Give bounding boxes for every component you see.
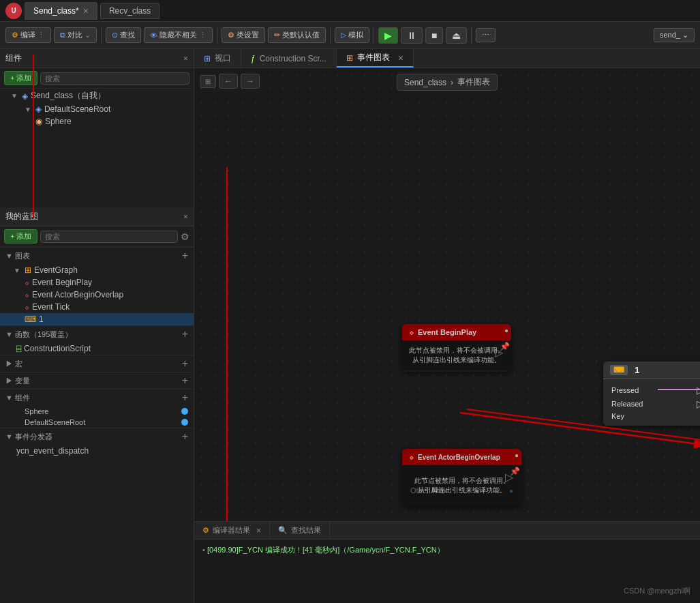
more-button[interactable]: ⋯ (476, 28, 496, 42)
keyboard-1-item[interactable]: ⌨ 1 (0, 313, 194, 325)
eject-button[interactable]: ⏏ (446, 27, 467, 44)
default-scene-root-var-dot (181, 419, 188, 426)
key-pin-row: Key ● (609, 411, 700, 422)
sphere-var-dot (181, 408, 188, 415)
event-graph-icon: ⊞ (346, 53, 353, 63)
components-toolbar: + 添加 (0, 68, 194, 89)
event-icon-2: ⬦ (409, 452, 414, 462)
chevron-down-icon: ▼ (25, 106, 31, 113)
play-button[interactable]: ▶ (378, 27, 398, 44)
right-panel: ⊞ 视口 ƒ Construction Scr... ⊞ 事件图表 × ⊞ ← (194, 49, 700, 603)
node-options-icon[interactable]: ● (504, 327, 508, 334)
hide-irrelevant-button[interactable]: 👁 隐藏不相关 ⋮ (144, 27, 213, 43)
blueprint-toolbar: + 添加 ⚙ (0, 226, 194, 247)
stop-button[interactable]: ■ (425, 27, 443, 44)
close-icon[interactable]: × (83, 5, 89, 16)
left-panel: 组件 × + 添加 ▼ ◈ Send_class（自我） ▼ ◈ Default… (0, 49, 194, 603)
toolbar-separator-3 (330, 27, 331, 44)
construction-tab[interactable]: ƒ Construction Scr... (241, 49, 337, 68)
event-graph-item[interactable]: ▼ ⊞ EventGraph (0, 264, 194, 276)
sphere-var-row: Sphere (0, 406, 194, 417)
construction-icon: ƒ (251, 54, 256, 63)
event-graph-tab[interactable]: ⊞ 事件图表 × (337, 49, 414, 68)
compile-button[interactable]: ⚙ 编译 ⋮ (5, 27, 51, 43)
gear-button[interactable]: ⚙ (181, 231, 189, 242)
viewport-tab[interactable]: ⊞ 视口 (194, 49, 241, 68)
find-results-tab[interactable]: 🔍 查找结果 (270, 522, 330, 539)
compiler-close-icon[interactable]: × (256, 526, 261, 535)
canvas-wrapper: ⊞ ← → Send_class › 事件图表 (194, 68, 700, 603)
ue-logo: U (5, 3, 22, 19)
panel-tabs: ⊞ 视口 ƒ Construction Scr... ⊞ 事件图表 × (194, 49, 700, 68)
event-actor-begin-overlap-item[interactable]: ⬦ Event ActorBeginOverlap (0, 289, 194, 301)
compiler-icon: ⚙ (202, 526, 209, 535)
event-tick-item[interactable]: ⬦ Event Tick (0, 301, 194, 313)
title-bar: U Send_class* × Recv_class (0, 0, 700, 22)
main-layout: 组件 × + 添加 ▼ ◈ Send_class（自我） ▼ ◈ Default… (0, 49, 700, 603)
macros-section-header: ▶ 宏 + (0, 355, 194, 372)
component-search-input[interactable] (40, 72, 189, 85)
construction-script-item[interactable]: ⌸ ConstructionScript (0, 342, 194, 355)
functions-section-header: ▼ 函数（195覆盖） + (0, 325, 194, 342)
keyboard-1-node[interactable]: ⌨ 1 ● Pressed ▷ Released ▷ (603, 362, 700, 426)
event-actor-begin-overlap-node[interactable]: ⬦ Event ActorBeginOverlap ● ▷ Other Acto… (402, 449, 521, 506)
tab-recv-class[interactable]: Recv_class (100, 3, 159, 19)
toolbar-separator-4 (374, 27, 374, 44)
blueprint-search-input[interactable] (40, 231, 178, 243)
platform-select[interactable]: send_ ⌄ (654, 28, 695, 42)
components-close-icon[interactable]: × (183, 54, 188, 63)
node-2-options-icon[interactable]: ● (515, 452, 519, 459)
blueprint-canvas[interactable]: ⊞ ← → Send_class › 事件图表 (194, 68, 700, 521)
chevron-down-icon: ▼ (11, 92, 18, 100)
blueprint-panel-header: 我的蓝图 × (0, 207, 194, 226)
class-settings-button[interactable]: ⚙ 类设置 (222, 27, 265, 43)
credit-text: CSDN @mengzhi啊 (624, 586, 690, 596)
blueprint-close-icon[interactable]: × (183, 212, 188, 222)
tree-item-default-scene-root[interactable]: ▼ ◈ DefaultSceneRoot (0, 103, 194, 115)
tree-item-send-class[interactable]: ▼ ◈ Send_class（自我） (0, 89, 194, 103)
add-variable-button[interactable]: + (182, 374, 188, 387)
find-button[interactable]: ⊙ 查找 (106, 27, 141, 43)
event-begin-play-node[interactable]: ⬦ Event BeginPlay ● ▷ 此节点被禁用，将不会被调用。 从引脚… (402, 324, 511, 372)
add-dispatcher-button[interactable]: + (182, 430, 188, 443)
tab-send-class[interactable]: Send_class* × (25, 2, 97, 20)
toolbar: ⚙ 编译 ⋮ ⧉ 对比 ⌄ ⊙ 查找 👁 隐藏不相关 ⋮ ⚙ 类设置 ✏ 类默认… (0, 22, 700, 49)
log-entry: • [0499.90]F_YCN 编译成功！[41 毫秒内]（/Game/ycn… (202, 544, 692, 557)
variables-section-header: ▶ 变量 + (0, 372, 194, 389)
forward-button[interactable]: → (241, 74, 260, 89)
event-begin-play-item[interactable]: ⬦ Event BeginPlay (0, 276, 194, 289)
disabled-pin-icon: 📌 (500, 342, 510, 351)
red-line-indicator (33, 55, 34, 218)
released-pin-row: Released ▷ (609, 397, 700, 411)
event-graph-close-icon[interactable]: × (398, 53, 404, 63)
default-scene-root-var-row: DefaultSceneRoot (0, 417, 194, 428)
pause-button[interactable]: ⏸ (401, 27, 423, 44)
breadcrumb: Send_class › 事件图表 (397, 74, 498, 91)
breadcrumb-navigation: ⊞ ← → (200, 74, 260, 89)
event-icon: ⬦ (409, 327, 414, 337)
pressed-pin-row: Pressed ▷ (609, 383, 700, 397)
add-function-button[interactable]: + (182, 328, 188, 340)
expand-button[interactable]: ⊞ (200, 75, 216, 88)
viewport-icon: ⊞ (204, 54, 211, 63)
add-components-button[interactable]: + (182, 392, 188, 404)
ycn-event-dispatch-item[interactable]: ycn_event_dispatch (0, 445, 194, 457)
class-defaults-button[interactable]: ✏ 类默认认值 (268, 27, 326, 43)
compiler-results-tab[interactable]: ⚙ 编译器结果 × (194, 522, 270, 539)
add-blueprint-button[interactable]: + 添加 (4, 229, 37, 244)
disabled-pin-2-icon: 📌 (510, 467, 520, 476)
search-icon: 🔍 (278, 526, 288, 535)
add-macro-button[interactable]: + (182, 357, 188, 370)
dispatchers-section-header: ▼ 事件分发器 + (0, 428, 194, 445)
toolbar-separator-5 (471, 27, 472, 44)
diff-button[interactable]: ⧉ 对比 ⌄ (54, 27, 97, 43)
component-tree: ▼ ◈ Send_class（自我） ▼ ◈ DefaultSceneRoot … (0, 89, 194, 205)
back-button[interactable]: ← (219, 74, 238, 89)
toolbar-separator-2 (217, 27, 217, 44)
bottom-tabs: ⚙ 编译器结果 × 🔍 查找结果 (194, 522, 700, 540)
simulate-button[interactable]: ▷ 模拟 (335, 27, 369, 43)
add-graph-button[interactable]: + (182, 250, 188, 262)
toolbar-separator-1 (101, 27, 102, 44)
tree-item-sphere[interactable]: ◉ Sphere (0, 115, 194, 128)
blueprint-tree: ▼ 图表 + ▼ ⊞ EventGraph ⬦ Event BeginPlay … (0, 247, 194, 603)
